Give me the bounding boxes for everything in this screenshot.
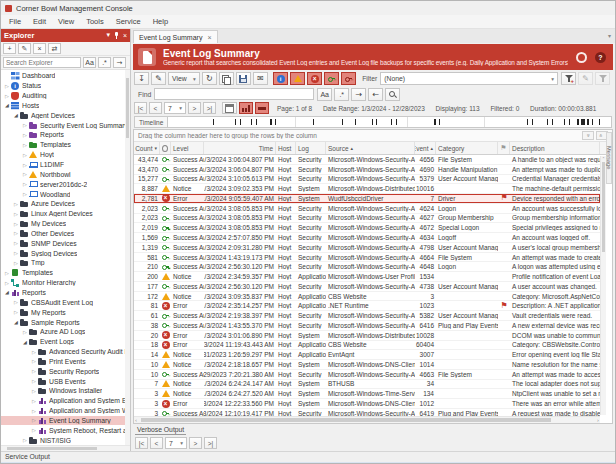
tree-item-tmp[interactable]: ▷Tmp	[1, 258, 130, 268]
tree-item-application-and-system-errors[interactable]: ▷Application and System Errors	[1, 396, 130, 406]
tree-item-syslog-devices[interactable]: ▷Syslog Devices	[1, 248, 130, 258]
expand-arrow-icon[interactable]: ▷	[21, 122, 29, 128]
grid-horizontal-scrollbar[interactable]: ‹ ›	[134, 416, 600, 423]
expand-arrow-icon[interactable]: ▷	[21, 437, 29, 443]
clear-filter-button[interactable]	[595, 72, 610, 85]
table-row[interactable]: 8,887Notice1/3/2024 3:09:02.353 PMHoytSy…	[134, 184, 600, 194]
expand-arrow-icon[interactable]: ▷	[12, 250, 20, 256]
previous-page-button[interactable]: <	[149, 102, 162, 114]
chart-view-toggle[interactable]	[239, 102, 253, 114]
email-button[interactable]: ✉	[253, 72, 268, 85]
tree-item-system-reboot-restart-and-shutdown[interactable]: ▷System Reboot, Restart and Shutdown	[1, 425, 130, 435]
table-row[interactable]: 10Success Audit12/29/2023 7:20:21.380 AM…	[134, 370, 600, 380]
table-row[interactable]: 2,781Error1/3/2024 9:05:59.407 AMHoytSys…	[134, 194, 600, 204]
timeline-bar[interactable]	[168, 116, 612, 128]
tree-item-event-logs[interactable]: ◢Event Logs	[1, 337, 130, 347]
export-button[interactable]: ↧	[134, 72, 149, 85]
column-header-flag[interactable]: ⚑	[498, 142, 510, 154]
expand-all-button[interactable]: «	[582, 131, 594, 140]
tree-item-agent-devices[interactable]: ◢Agent Devices	[1, 110, 130, 120]
column-header-time[interactable]: Time	[204, 142, 276, 154]
expand-arrow-icon[interactable]: ▷	[21, 132, 29, 138]
tree-item-nist-isig[interactable]: ▷NIST/ISIG	[1, 435, 130, 445]
tree-item-linux-agent-devices[interactable]: ▷Linux Agent Devices	[1, 209, 130, 219]
tree-item-usb-events[interactable]: ▷USB Events	[1, 376, 130, 386]
next-page-button[interactable]: >	[189, 437, 202, 449]
table-row[interactable]: 3Success Audit1/3/2024 12:10:19.417 PMHo…	[134, 409, 600, 416]
expand-arrow-icon[interactable]: ▷	[21, 152, 29, 158]
timeline-view-toggle[interactable]	[255, 102, 269, 114]
close-icon[interactable]: ×	[123, 29, 127, 42]
search-input[interactable]	[3, 57, 81, 68]
first-page-button[interactable]: |<	[135, 437, 148, 449]
tree-item-status[interactable]: ▷Status	[1, 81, 130, 91]
menu-edit[interactable]: Edit	[27, 15, 52, 28]
tree-item-woodland[interactable]: ▷Woodland	[1, 189, 130, 199]
table-row[interactable]: 177Success Audit1/3/2024 2:56:30.120 PMH…	[134, 282, 600, 292]
tree-item-templates[interactable]: ▷Templates	[1, 140, 130, 150]
edit-filter-button[interactable]: ✎	[578, 72, 593, 85]
filter-select[interactable]: (None) ▾	[380, 72, 558, 85]
column-header-levelicon[interactable]	[160, 142, 171, 154]
expand-arrow-icon[interactable]: ▷	[12, 211, 20, 217]
tree-item-security-event-log-summary[interactable]: ▷Security Event Log Summary	[1, 120, 130, 130]
expand-arrow-icon[interactable]: ▷	[12, 309, 20, 315]
table-row[interactable]: 61Success Audit1/3/2024 2:19:38.397 PMHo…	[134, 311, 600, 321]
table-row[interactable]: 43,470Success Audit1/3/2024 3:06:04.807 …	[134, 165, 600, 175]
search-go-button[interactable]: →	[113, 57, 126, 68]
expand-arrow-icon[interactable]: ▷	[30, 417, 38, 423]
next-page-button[interactable]: >	[188, 102, 201, 114]
help-icon[interactable]: ?	[595, 52, 606, 63]
table-row[interactable]: 2,019Success Audit1/3/2024 3:08:05.853 P…	[134, 223, 600, 233]
expand-arrow-icon[interactable]: ▷	[30, 388, 38, 394]
group-by-bar[interactable]: Drag the column header here to group the…	[134, 130, 612, 142]
tab-close-icon[interactable]: ×	[207, 34, 211, 41]
delete-button[interactable]: ×	[33, 43, 46, 54]
expand-arrow-icon[interactable]: ▷	[12, 230, 20, 236]
service-output-label[interactable]: Service Output	[1, 452, 615, 460]
tree-item-server2016dc-2[interactable]: ▷server2016dc-2	[1, 179, 130, 189]
add-button[interactable]: +	[3, 43, 16, 54]
table-row[interactable]: 581Success Audit1/3/2024 1:43:19.173 PMH…	[134, 253, 600, 263]
expand-arrow-icon[interactable]: ▷	[12, 240, 20, 246]
table-row[interactable]: 3Notice1/3/2024 6:24:27.520 AMHoytSystem…	[134, 389, 600, 399]
find-regex-button[interactable]: .*	[334, 88, 349, 101]
regex-button[interactable]: .*	[98, 57, 111, 68]
warning-filter-toggle[interactable]	[290, 72, 305, 85]
tree-item-snmp-devices[interactable]: ▷SNMP Devices	[1, 238, 130, 248]
column-header-category[interactable]: Category	[436, 142, 498, 154]
menu-service[interactable]: Service	[110, 15, 147, 28]
table-row[interactable]: 20Error1/3/2024 3:01:06.890 PMHoytSystem…	[134, 331, 600, 341]
tree-item-monitor-hierarchy[interactable]: ▷Monitor Hierarchy	[1, 278, 130, 288]
table-row[interactable]: 2,023Success Audit1/3/2024 3:08:05.853 P…	[134, 204, 600, 214]
column-header-host[interactable]: Host	[276, 142, 296, 154]
pin-icon[interactable]	[114, 32, 119, 39]
tree-item-security-reports[interactable]: ▷Security Reports	[1, 366, 130, 376]
tree-item-azure-devices[interactable]: ▷Azure Devices	[1, 199, 130, 209]
expand-arrow-icon[interactable]: ▷	[12, 201, 20, 207]
tree-item-templates[interactable]: ▷Templates	[1, 268, 130, 278]
last-page-button[interactable]: >|	[203, 102, 216, 114]
find-match-case-button[interactable]: Aa	[317, 88, 332, 101]
expand-arrow-icon[interactable]: ▷	[3, 93, 11, 99]
table-row[interactable]: 210Success Audit1/3/2024 2:56:30.120 PMH…	[134, 262, 600, 272]
chevron-down-icon[interactable]: ▾	[106, 29, 110, 42]
success-audit-filter-toggle[interactable]	[324, 72, 339, 85]
tree-item-reports[interactable]: ◢Reports	[1, 288, 130, 298]
collapse-arrow-icon[interactable]: ◢	[3, 289, 11, 295]
tree-item-application-and-system-warnings-an[interactable]: ▷Application and System Warnings an	[1, 406, 130, 416]
expand-arrow-icon[interactable]: ▷	[30, 408, 38, 414]
find-input[interactable]	[154, 88, 314, 100]
collapse-arrow-icon[interactable]: ◢	[21, 339, 29, 345]
table-row[interactable]: 3Error1/3/2024 12:22:33.560 PMHoytSystem…	[134, 399, 600, 409]
tree-item-my-reports[interactable]: ▷My Reports	[1, 307, 130, 317]
move-button[interactable]: ⇄	[48, 43, 61, 54]
expand-arrow-icon[interactable]: ▷	[30, 427, 38, 433]
tree-item-advanced-security-audit-policy[interactable]: ▷Advanced Security Audit Policy	[1, 347, 130, 357]
first-page-button[interactable]: |<	[134, 102, 147, 114]
column-header-count[interactable]: Count▾	[134, 142, 160, 154]
column-header-event[interactable]: Event▴	[415, 142, 436, 154]
information-filter-toggle[interactable]	[273, 72, 288, 85]
tree-item-print-events[interactable]: ▷Print Events	[1, 356, 130, 366]
expand-arrow-icon[interactable]: ▷	[12, 260, 20, 266]
